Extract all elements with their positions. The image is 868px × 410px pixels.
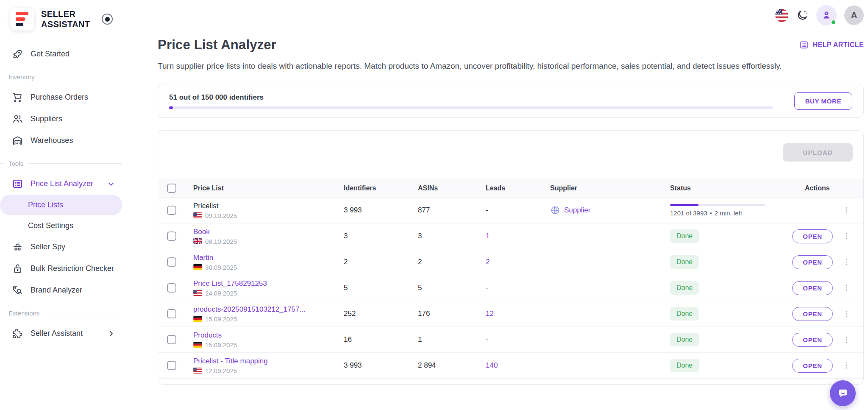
identifiers-value: 2 — [336, 258, 410, 266]
sidebar: SELLERASSISTANT Get Started Inventory Pu… — [0, 0, 122, 410]
table-header-row: Price List Identifiers ASINs Leads Suppl… — [158, 179, 863, 198]
quota-progress-bar — [169, 106, 773, 109]
buy-more-button[interactable]: BUY MORE — [794, 92, 852, 110]
row-checkbox[interactable] — [167, 335, 176, 344]
chat-bubble-icon — [837, 387, 849, 400]
kebab-menu-icon[interactable] — [842, 257, 851, 268]
leads-value: - — [478, 206, 542, 215]
topbar: A — [158, 0, 864, 27]
leads-link[interactable]: 1 — [486, 232, 490, 240]
asins-value: 2 894 — [410, 361, 478, 370]
price-list-date: 12.09.2025 — [205, 367, 237, 374]
price-list-name[interactable]: Pricelist - Title mapping — [193, 357, 336, 365]
row-checkbox[interactable] — [167, 231, 176, 241]
kebab-menu-icon[interactable] — [842, 205, 851, 216]
sidebar-item-label: Warehouses — [31, 136, 73, 145]
sidebar-item-cost-settings[interactable]: Cost Settings — [0, 215, 122, 236]
rocket-icon — [12, 48, 23, 60]
column-header-asins: ASINs — [410, 184, 478, 192]
collapse-sidebar-icon[interactable] — [102, 14, 113, 25]
marketplace-flag-icon — [193, 316, 202, 322]
chat-widget-button[interactable] — [830, 380, 856, 406]
kebab-menu-icon[interactable] — [842, 308, 851, 319]
language-flag-icon[interactable] — [775, 9, 788, 22]
price-list-name[interactable]: Book — [193, 228, 336, 236]
open-button[interactable]: OPEN — [792, 229, 833, 243]
kebab-menu-icon[interactable] — [842, 334, 851, 345]
supplier-link[interactable]: Supplier — [564, 206, 590, 215]
leads-value: - — [478, 284, 542, 292]
sidebar-item-seller-spy[interactable]: Seller Spy — [0, 236, 122, 258]
identifiers-value: 3 993 — [336, 206, 410, 215]
sidebar-item-seller-assistant-extension[interactable]: Seller Assistant — [0, 323, 122, 344]
tag-search-icon — [12, 284, 23, 296]
upload-button[interactable]: UPLOAD — [783, 143, 853, 162]
sidebar-item-label: Seller Spy — [31, 243, 65, 251]
open-button[interactable]: OPEN — [792, 359, 833, 373]
table-row: Pricelist 09.10.2025 3 993 877 - Supplie… — [158, 198, 863, 223]
chevron-down-icon — [107, 180, 115, 188]
price-list-name[interactable]: products-20250915103212_1757... — [193, 305, 336, 314]
column-header-supplier: Supplier — [542, 184, 662, 192]
price-list-date: 24.09.2025 — [205, 290, 237, 297]
user-avatar[interactable]: A — [844, 6, 864, 25]
table-body: Pricelist 09.10.2025 3 993 877 - Supplie… — [158, 198, 863, 379]
quota-label: 51 out of 150 000 identifiers — [169, 93, 773, 102]
sidebar-item-get-started[interactable]: Get Started — [0, 43, 122, 65]
status-badge: Done — [670, 229, 699, 243]
dark-mode-moon-icon[interactable] — [796, 9, 809, 22]
row-checkbox[interactable] — [167, 206, 176, 215]
open-button[interactable]: OPEN — [792, 281, 833, 295]
leads-link[interactable]: 12 — [486, 310, 494, 318]
brand-name: SELLERASSISTANT — [41, 9, 102, 30]
warehouse-icon — [12, 135, 23, 146]
column-header-actions: Actions — [785, 184, 863, 192]
article-icon — [799, 40, 809, 50]
app-window: SELLERASSISTANT Get Started Inventory Pu… — [0, 0, 868, 410]
leads-link[interactable]: 140 — [486, 361, 498, 369]
kebab-menu-icon[interactable] — [842, 282, 851, 293]
marketplace-flag-icon — [193, 290, 202, 296]
kebab-menu-icon[interactable] — [842, 360, 851, 371]
online-status-dot — [831, 20, 836, 25]
sidebar-item-price-lists[interactable]: Price Lists — [0, 195, 122, 215]
status-badge: Done — [670, 281, 699, 295]
marketplace-flag-icon — [193, 264, 202, 270]
row-checkbox[interactable] — [167, 257, 176, 267]
sidebar-item-brand-analyzer[interactable]: Brand Analyzer — [0, 279, 122, 301]
asins-value: 3 — [410, 232, 478, 240]
sidebar-item-label: Brand Analyzer — [31, 286, 82, 295]
open-button[interactable]: OPEN — [792, 333, 833, 347]
identifiers-value: 3 993 — [336, 361, 410, 370]
price-list-date: 15.09.2025 — [205, 315, 237, 323]
help-article-link[interactable]: HELP ARTICLE — [799, 40, 864, 50]
row-checkbox[interactable] — [167, 361, 176, 370]
price-list-name[interactable]: Martin — [193, 254, 336, 262]
table-row: Pricelist - Title mapping 12.09.2025 3 9… — [158, 353, 863, 379]
sidebar-item-suppliers[interactable]: Suppliers — [0, 108, 122, 130]
asins-value: 5 — [410, 284, 478, 292]
column-header-identifiers: Identifiers — [336, 184, 410, 192]
row-checkbox[interactable] — [167, 283, 176, 293]
help-article-label: HELP ARTICLE — [813, 41, 864, 49]
leads-link[interactable]: 2 — [486, 258, 490, 266]
sidebar-item-bulk-restriction-checker[interactable]: Bulk Restriction Checker — [0, 258, 122, 279]
price-list-name[interactable]: Pricelist — [193, 202, 336, 210]
row-checkbox[interactable] — [167, 309, 176, 318]
account-button[interactable] — [816, 5, 837, 25]
price-list-name[interactable]: Products — [193, 331, 336, 340]
open-button[interactable]: OPEN — [792, 255, 833, 269]
sidebar-item-label: Seller Assistant — [31, 329, 83, 338]
sidebar-item-price-list-analyzer[interactable]: Price List Analyzer — [0, 173, 122, 195]
price-list-name[interactable]: Price List_1758291253 — [193, 279, 336, 288]
sidebar-item-label: Suppliers — [31, 114, 62, 123]
kebab-menu-icon[interactable] — [842, 231, 851, 242]
status-badge: Done — [670, 333, 699, 346]
sidebar-item-warehouses[interactable]: Warehouses — [0, 130, 122, 151]
spy-icon — [12, 241, 23, 253]
column-header-status: Status — [662, 184, 785, 192]
select-all-checkbox[interactable] — [167, 184, 176, 193]
sidebar-item-purchase-orders[interactable]: Purchase Orders — [0, 86, 122, 108]
identifiers-value: 5 — [336, 284, 410, 292]
open-button[interactable]: OPEN — [792, 307, 833, 321]
